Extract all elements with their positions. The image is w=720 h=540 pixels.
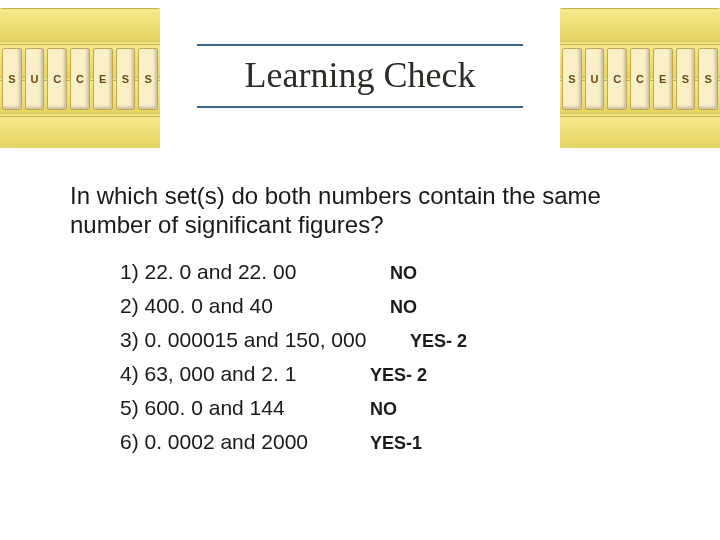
item-text: 1) 22. 0 and 22. 00 (120, 260, 390, 284)
die: C (607, 48, 627, 110)
die: C (630, 48, 650, 110)
item-text: 5) 600. 0 and 144 (120, 396, 370, 420)
list-item: 5) 600. 0 and 144 NO (120, 396, 467, 420)
die: U (585, 48, 605, 110)
die: S (676, 48, 696, 110)
item-answer: NO (390, 263, 417, 284)
item-text: 2) 400. 0 and 40 (120, 294, 390, 318)
dice-strip-left: S U C C E S S (0, 44, 160, 114)
die: S (698, 48, 718, 110)
die: S (116, 48, 136, 110)
item-answer: YES- 2 (410, 331, 467, 352)
title-block: Learning Check (185, 38, 535, 114)
die: E (93, 48, 113, 110)
list-item: 1) 22. 0 and 22. 00 NO (120, 260, 467, 284)
title-divider-bottom (197, 106, 523, 108)
item-answer: NO (370, 399, 397, 420)
item-answer: NO (390, 297, 417, 318)
list-item: 2) 400. 0 and 40 NO (120, 294, 467, 318)
page-title: Learning Check (197, 46, 523, 106)
die: S (562, 48, 582, 110)
list-item: 4) 63, 000 and 2. 1 YES- 2 (120, 362, 467, 386)
die: C (70, 48, 90, 110)
ruler-image-left: S U C C E S S (0, 8, 160, 148)
ruler-image-right: S U C C E S S (560, 8, 720, 148)
item-answer: YES- 2 (370, 365, 427, 386)
header-band: S U C C E S S S U C C E S S Learning Che… (0, 8, 720, 148)
item-text: 6) 0. 0002 and 2000 (120, 430, 370, 454)
dice-strip-right: S U C C E S S (560, 44, 720, 114)
die: S (138, 48, 158, 110)
item-text: 3) 0. 000015 and 150, 000 (120, 328, 410, 352)
list-item: 3) 0. 000015 and 150, 000 YES- 2 (120, 328, 467, 352)
die: S (2, 48, 22, 110)
item-text: 4) 63, 000 and 2. 1 (120, 362, 370, 386)
answer-list: 1) 22. 0 and 22. 00 NO 2) 400. 0 and 40 … (120, 260, 467, 464)
item-answer: YES-1 (370, 433, 422, 454)
die: U (25, 48, 45, 110)
question-text: In which set(s) do both numbers contain … (70, 182, 660, 240)
list-item: 6) 0. 0002 and 2000 YES-1 (120, 430, 467, 454)
die: E (653, 48, 673, 110)
die: C (47, 48, 67, 110)
